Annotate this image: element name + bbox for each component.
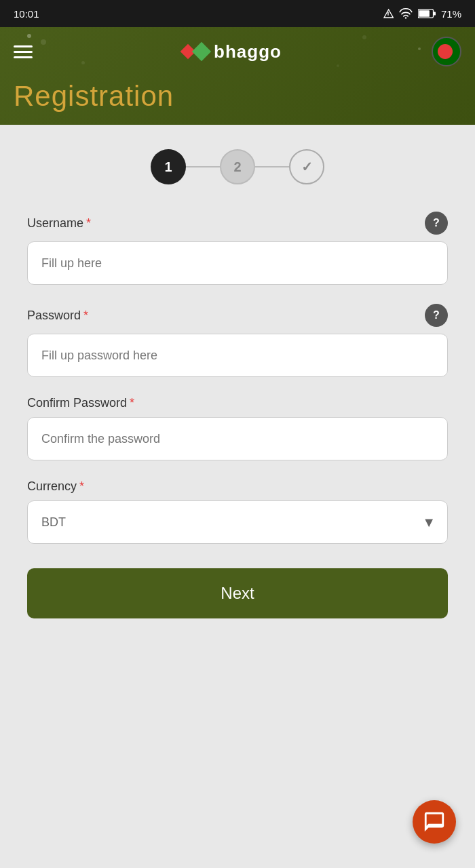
step-line-1	[186, 166, 220, 167]
header: bhaggo Registration	[0, 27, 475, 125]
currency-label-row: Currency*	[27, 479, 448, 494]
step-line-2	[255, 166, 289, 167]
flag-icon	[432, 37, 461, 66]
username-label-row: Username* ?	[27, 212, 448, 235]
hamburger-menu[interactable]	[14, 45, 33, 58]
currency-select-wrapper: BDT USD EUR GBP ▼	[27, 500, 448, 544]
wifi-icon	[399, 8, 413, 19]
signal-icon	[383, 8, 394, 19]
confirm-password-required: *	[130, 396, 134, 410]
header-top: bhaggo	[14, 37, 461, 66]
username-group: Username* ?	[27, 212, 448, 285]
username-label: Username*	[27, 216, 91, 231]
username-required: *	[86, 216, 91, 230]
next-button[interactable]: Next	[27, 568, 448, 618]
password-label: Password*	[27, 309, 88, 323]
step-3: ✓	[289, 149, 324, 184]
currency-group: Currency* BDT USD EUR GBP ▼	[27, 479, 448, 544]
step-1: 1	[151, 149, 186, 184]
chat-support-button[interactable]	[413, 800, 456, 844]
status-bar: 10:01 71%	[0, 0, 475, 27]
chat-icon	[423, 810, 446, 833]
time: 10:01	[14, 8, 39, 20]
currency-required: *	[79, 479, 84, 493]
diamond-green-icon	[192, 42, 211, 61]
registration-form: Username* ? Password* ? Confirm Password…	[0, 205, 475, 646]
currency-select[interactable]: BDT USD EUR GBP	[27, 500, 448, 544]
password-label-row: Password* ?	[27, 304, 448, 327]
logo-diamonds	[183, 45, 208, 58]
username-help-icon[interactable]: ?	[425, 212, 448, 235]
confirm-password-input[interactable]	[27, 417, 448, 460]
logo-text: bhaggo	[214, 41, 282, 62]
password-group: Password* ?	[27, 304, 448, 377]
battery-level: 71%	[441, 8, 461, 20]
svg-point-2	[405, 17, 406, 18]
step-2: 2	[220, 149, 255, 184]
confirm-password-group: Confirm Password*	[27, 396, 448, 460]
battery-icon	[418, 9, 436, 18]
username-input[interactable]	[27, 241, 448, 285]
flag-red-dot	[438, 44, 453, 59]
page-title: Registration	[14, 80, 461, 113]
password-input[interactable]	[27, 334, 448, 377]
password-help-icon[interactable]: ?	[425, 304, 448, 327]
currency-label: Currency*	[27, 479, 84, 494]
password-required: *	[83, 309, 88, 322]
status-icons: 71%	[383, 8, 461, 20]
confirm-password-label: Confirm Password*	[27, 396, 134, 410]
svg-rect-4	[434, 12, 436, 15]
step-indicator: 1 2 ✓	[0, 125, 475, 205]
confirm-password-label-row: Confirm Password*	[27, 396, 448, 410]
svg-rect-5	[419, 10, 430, 17]
